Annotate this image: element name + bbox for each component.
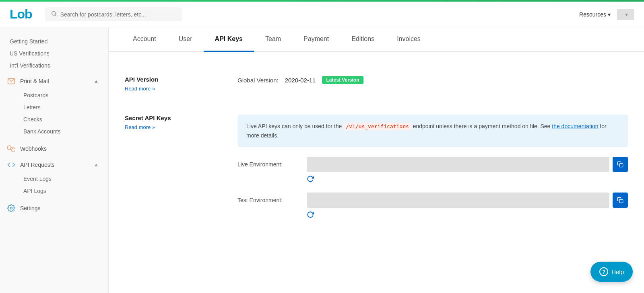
search-input[interactable]: [60, 11, 176, 18]
live-env-input-wrapper: [307, 157, 628, 172]
content-area: API Version Read more » Global Version: …: [109, 52, 644, 252]
sidebar-item-bank-accounts[interactable]: Bank Accounts: [0, 125, 108, 137]
chevron-up-icon: ▲: [94, 78, 99, 84]
logo[interactable]: Lob: [10, 7, 32, 22]
secret-api-keys-label: Secret API Keys Read more »: [125, 115, 237, 228]
tabs-container: Account User API Keys Team Payment Editi…: [109, 27, 644, 52]
gear-icon: [6, 203, 16, 213]
api-version-title: API Version: [125, 76, 237, 83]
sidebar-item-label: API Logs: [23, 188, 46, 194]
tab-payment[interactable]: Payment: [292, 27, 340, 52]
live-env-input: [307, 157, 609, 172]
test-env-refresh-row: [237, 211, 628, 220]
sidebar-item-print-mail[interactable]: Print & Mail ▲: [0, 73, 108, 89]
sidebar-item-api-logs[interactable]: API Logs: [0, 185, 108, 197]
svg-point-0: [52, 12, 55, 15]
sidebar-item-label: Webhooks: [20, 145, 47, 152]
sidebar-item-label: US Verifications: [10, 50, 50, 57]
search-icon: [51, 10, 57, 18]
sidebar-item-label: Event Logs: [23, 176, 52, 182]
sidebar-item-event-logs[interactable]: Event Logs: [0, 173, 108, 185]
help-fab-button[interactable]: ? Help: [590, 262, 633, 282]
secret-api-keys-title: Secret API Keys: [125, 115, 237, 121]
live-env-refresh-button[interactable]: [307, 175, 314, 184]
sidebar-item-intl-verifications[interactable]: Int'l Verifications: [0, 59, 108, 72]
api-version-label: API Version Read more »: [125, 76, 237, 92]
sidebar-item-label: Postcards: [23, 92, 48, 98]
sidebar: Getting Started US Verifications Int'l V…: [0, 27, 109, 293]
sidebar-item-label: Getting Started: [10, 38, 47, 45]
api-version-read-more[interactable]: Read more »: [125, 86, 155, 92]
secret-api-keys-body: Live API keys can only be used for the /…: [237, 115, 628, 228]
tab-team[interactable]: Team: [254, 27, 292, 52]
sidebar-item-api-requests[interactable]: API Requests ▲: [0, 157, 108, 173]
secret-api-keys-read-more[interactable]: Read more »: [125, 124, 155, 130]
live-env-refresh-row: [237, 175, 628, 184]
sidebar-item-label: Checks: [23, 116, 42, 123]
top-nav: Lob Resources ▾ ▾: [0, 2, 644, 27]
test-env-copy-button[interactable]: [613, 193, 628, 208]
live-environment-row: Live Environment:: [237, 157, 628, 172]
search-bar[interactable]: [45, 7, 182, 21]
sidebar-item-getting-started[interactable]: Getting Started: [0, 35, 108, 47]
documentation-link[interactable]: the documentation: [552, 123, 598, 129]
user-chevron-icon: ▾: [625, 11, 628, 18]
test-env-input: [307, 193, 609, 208]
api-version-body: Global Version: 2020-02-11 Latest Versio…: [237, 76, 628, 92]
test-env-label: Test Environment:: [237, 197, 302, 203]
webhook-icon: [6, 144, 16, 154]
help-question-icon: ?: [599, 267, 608, 276]
mail-icon: [6, 76, 16, 86]
top-nav-right: Resources ▾ ▾: [579, 9, 634, 20]
info-box: Live API keys can only be used for the /…: [237, 115, 628, 147]
secret-api-keys-section: Secret API Keys Read more » Live API key…: [125, 103, 628, 240]
api-version-section: API Version Read more » Global Version: …: [125, 65, 628, 103]
live-env-label: Live Environment:: [237, 161, 302, 168]
sidebar-item-label: Print & Mail: [20, 78, 49, 84]
svg-rect-6: [619, 199, 623, 203]
endpoint-code: /v1/us_verifications: [343, 123, 411, 130]
code-icon: [6, 160, 16, 170]
tab-account[interactable]: Account: [122, 27, 167, 52]
info-text-after: endpoint unless there is a payment metho…: [413, 123, 551, 129]
version-date: 2020-02-11: [285, 77, 316, 84]
sidebar-item-label: Settings: [20, 205, 41, 211]
svg-point-4: [10, 207, 12, 209]
chevron-down-icon: ▲: [94, 162, 99, 168]
resources-button[interactable]: Resources ▾: [579, 11, 611, 18]
sidebar-item-postcards[interactable]: Postcards: [0, 89, 108, 101]
test-env-input-wrapper: [307, 193, 628, 208]
sidebar-item-settings[interactable]: Settings: [0, 200, 108, 216]
sidebar-item-checks[interactable]: Checks: [0, 113, 108, 125]
sidebar-item-us-verifications[interactable]: US Verifications: [0, 47, 108, 59]
tab-editions[interactable]: Editions: [340, 27, 386, 52]
sidebar-item-label: Int'l Verifications: [10, 62, 50, 69]
app-body: Getting Started US Verifications Int'l V…: [0, 27, 644, 293]
sidebar-item-label: Letters: [23, 104, 41, 111]
user-menu-button[interactable]: ▾: [617, 9, 634, 20]
resources-chevron-icon: ▾: [608, 11, 611, 18]
tab-api-keys[interactable]: API Keys: [204, 27, 254, 52]
api-version-row: Global Version: 2020-02-11 Latest Versio…: [237, 76, 628, 84]
sidebar-item-label: API Requests: [20, 162, 55, 168]
tab-user[interactable]: User: [167, 27, 204, 52]
help-label: Help: [611, 268, 624, 275]
test-environment-row: Test Environment:: [237, 193, 628, 208]
latest-version-badge: Latest Version: [322, 76, 363, 84]
live-env-copy-button[interactable]: [613, 157, 628, 172]
global-version-label: Global Version:: [237, 77, 279, 84]
sidebar-section-top: Getting Started US Verifications Int'l V…: [0, 34, 108, 73]
svg-line-1: [55, 15, 56, 16]
info-text-before: Live API keys can only be used for the: [246, 123, 342, 129]
sidebar-item-webhooks[interactable]: Webhooks: [0, 141, 108, 157]
resources-label: Resources: [579, 11, 606, 18]
tab-invoices[interactable]: Invoices: [386, 27, 432, 52]
main-content: Account User API Keys Team Payment Editi…: [109, 27, 644, 293]
sidebar-item-label: Bank Accounts: [23, 128, 61, 135]
test-env-refresh-button[interactable]: [307, 211, 314, 220]
sidebar-item-letters[interactable]: Letters: [0, 101, 108, 113]
svg-rect-5: [619, 164, 623, 167]
